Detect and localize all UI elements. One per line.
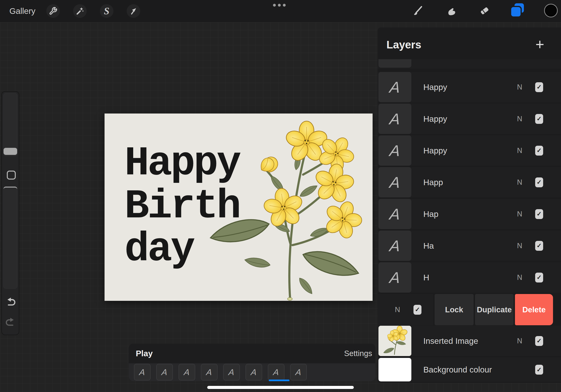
layer-row[interactable]: A H N ✓ [378, 262, 561, 293]
layer-thumbnail[interactable]: A [378, 135, 411, 166]
layer-row[interactable]: A Happy N ✓ [378, 135, 561, 166]
frame-thumbnail[interactable]: A [134, 364, 151, 381]
layers-panel-title: Layers [387, 38, 421, 51]
delete-button[interactable]: Delete [515, 294, 553, 325]
magic-wand-icon [76, 7, 84, 15]
canvas-text-line2: Birth [125, 186, 240, 227]
opacity-slider[interactable] [3, 187, 17, 289]
layer-row[interactable]: A Happy N ✓ [378, 104, 561, 134]
frame-thumbnail[interactable]: A [223, 364, 240, 381]
home-indicator[interactable] [207, 386, 354, 389]
eraser-button[interactable] [477, 3, 492, 19]
layer-row-swiped: N ✓ Lock Duplicate Delete [378, 294, 561, 325]
animation-assist-bar: Play Settings A A A A A A A A [129, 344, 375, 381]
layer-name: Happ [423, 167, 443, 197]
adjustments-button[interactable] [73, 4, 87, 18]
layer-name: Happy [423, 104, 447, 134]
frame-thumbnail[interactable]: A [201, 364, 217, 381]
layer-visibility-checkbox[interactable]: ✓ [413, 305, 421, 315]
layer-thumbnail[interactable]: A [378, 72, 411, 102]
redo-button[interactable] [5, 317, 16, 328]
layer-row-partial[interactable] [378, 59, 561, 69]
frame-thumbnail[interactable]: A [290, 364, 307, 381]
layers-panel: Layers + A Happy N ✓ A Happy N ✓ A Happy… [378, 28, 561, 383]
layer-visibility-checkbox[interactable]: ✓ [535, 209, 543, 219]
layer-visibility-checkbox[interactable]: ✓ [535, 272, 543, 283]
text-layer-icon: A [389, 269, 401, 286]
transform-button[interactable] [127, 4, 140, 18]
blend-mode-badge[interactable]: N [514, 199, 526, 229]
drawing-canvas[interactable]: Happy Birth day [105, 113, 373, 301]
inserted-image-row[interactable]: Inserted Image N ✓ [378, 326, 561, 356]
gallery-button[interactable]: Gallery [9, 0, 35, 22]
brush-icon [413, 5, 423, 17]
swiped-layer-remainder[interactable]: N ✓ [378, 294, 433, 325]
layer-visibility-checkbox[interactable]: ✓ [535, 82, 543, 92]
blend-mode-badge[interactable]: N [514, 135, 526, 166]
layer-row[interactable]: A Ha N ✓ [378, 230, 561, 261]
background-colour-row[interactable]: Background colour ✓ [378, 358, 561, 382]
blend-mode-badge[interactable]: N [392, 294, 403, 325]
layer-name: Inserted Image [423, 326, 478, 356]
layer-visibility-checkbox[interactable]: ✓ [535, 114, 543, 124]
layer-thumbnail[interactable]: A [378, 230, 411, 261]
frame-thumbnail[interactable]: A [246, 364, 262, 381]
canvas-text-line1: Happy [125, 143, 240, 184]
frame-thumbnail[interactable]: A [268, 364, 284, 381]
layer-visibility-checkbox[interactable]: ✓ [535, 241, 543, 251]
layer-visibility-checkbox[interactable]: ✓ [535, 146, 543, 156]
eraser-icon [479, 5, 490, 17]
text-layer-icon: A [389, 142, 401, 160]
canvas-text-line3: day [125, 229, 194, 270]
brush-size-handle[interactable] [3, 148, 17, 155]
layer-thumbnail[interactable]: A [378, 262, 411, 293]
layer-row[interactable]: A Hap N ✓ [378, 199, 561, 229]
smudge-button[interactable] [443, 3, 459, 19]
lock-button[interactable]: Lock [435, 294, 474, 325]
layer-thumbnail[interactable]: A [378, 167, 411, 197]
background-colour-thumbnail[interactable] [378, 358, 411, 381]
blend-mode-badge[interactable]: N [514, 72, 526, 102]
settings-button[interactable]: Settings [344, 344, 372, 363]
frame-thumbnail[interactable]: A [156, 364, 173, 381]
layer-row[interactable]: A Happy N ✓ [378, 72, 561, 102]
procreate-app: Gallery S [0, 0, 561, 392]
play-button[interactable]: Play [136, 344, 153, 363]
blend-mode-badge[interactable]: N [514, 230, 526, 261]
blend-mode-badge[interactable]: N [514, 326, 526, 356]
layer-thumbnail[interactable]: A [378, 104, 411, 134]
layer-name: H [423, 262, 429, 293]
layer-thumbnail[interactable]: A [378, 199, 411, 229]
actions-button[interactable] [46, 4, 60, 18]
text-layer-icon: A [389, 110, 401, 128]
redo-icon [5, 317, 16, 327]
brush-button[interactable] [410, 3, 426, 19]
wrench-icon [49, 7, 57, 15]
brush-size-slider[interactable] [3, 93, 17, 156]
selection-button[interactable]: S [100, 4, 113, 18]
undo-button[interactable] [5, 297, 16, 307]
layer-row[interactable]: A Happ N ✓ [378, 167, 561, 197]
layer-name: Happy [423, 72, 447, 102]
color-swatch-button[interactable] [544, 4, 558, 17]
transform-arrow-icon [129, 7, 138, 15]
layer-visibility-checkbox[interactable]: ✓ [535, 177, 543, 187]
more-options-icon[interactable] [273, 4, 286, 7]
text-layer-icon: A [389, 237, 401, 255]
blend-mode-badge[interactable]: N [514, 262, 526, 293]
add-layer-button[interactable]: + [533, 37, 547, 52]
frame-thumbnail[interactable]: A [179, 364, 195, 381]
layer-name: Happy [423, 135, 447, 166]
brush-sidebar [1, 91, 19, 335]
modify-button[interactable] [7, 171, 16, 180]
duplicate-button[interactable]: Duplicate [475, 294, 514, 325]
selection-s-icon: S [104, 5, 109, 17]
blend-mode-badge[interactable]: N [514, 104, 526, 134]
top-toolbar: Gallery S [0, 0, 561, 22]
inserted-image-thumbnail[interactable] [378, 326, 411, 356]
layers-button[interactable] [509, 2, 526, 19]
layer-visibility-checkbox[interactable]: ✓ [535, 365, 543, 375]
blend-mode-badge[interactable]: N [514, 167, 526, 197]
layer-visibility-checkbox[interactable]: ✓ [535, 336, 543, 346]
current-frame-indicator [269, 380, 290, 381]
